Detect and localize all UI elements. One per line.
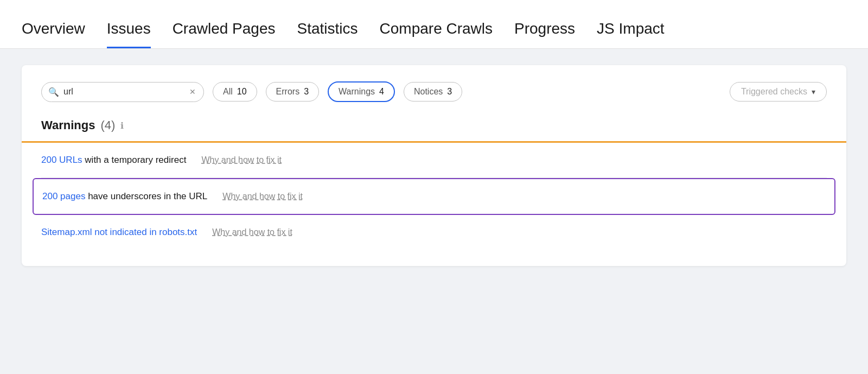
tab-progress[interactable]: Progress <box>514 20 591 48</box>
main-content: 🔍 ✕ All 10 Errors 3 Warnings 4 Notices 3 <box>0 49 868 282</box>
issue-row: Sitemap.xml not indicated in robots.txt <box>41 227 197 238</box>
triggered-checks-dropdown[interactable]: Triggered checks ▾ <box>730 82 827 102</box>
section-header: Warnings (4) ℹ <box>41 118 827 141</box>
fix-link[interactable]: Why and how to fix it <box>201 155 282 165</box>
tab-crawled-pages[interactable]: Crawled Pages <box>173 20 292 48</box>
section-count: (4) <box>100 118 115 132</box>
issue-item: 200 URLs with a temporary redirect Why a… <box>41 143 827 178</box>
filter-all-label: All <box>223 87 233 97</box>
search-input[interactable] <box>63 87 185 97</box>
top-navigation: Overview Issues Crawled Pages Statistics… <box>0 0 868 49</box>
filter-all-count: 10 <box>237 87 247 97</box>
issue-item: Sitemap.xml not indicated in robots.txt … <box>41 215 827 250</box>
tab-overview[interactable]: Overview <box>22 20 101 48</box>
filter-all-button[interactable]: All 10 <box>213 82 257 102</box>
tab-compare-crawls[interactable]: Compare Crawls <box>380 20 509 48</box>
issue-list: 200 URLs with a temporary redirect Why a… <box>41 143 827 250</box>
issue-description: have underscores in the URL <box>85 191 207 201</box>
filter-notices-count: 3 <box>447 87 452 97</box>
filter-warnings-label: Warnings <box>339 87 375 97</box>
filter-errors-label: Errors <box>276 87 300 97</box>
filter-warnings-count: 4 <box>379 87 384 97</box>
tab-statistics[interactable]: Statistics <box>297 20 374 48</box>
tab-issues[interactable]: Issues <box>107 20 167 48</box>
triggered-checks-label: Triggered checks <box>741 87 807 97</box>
issue-link[interactable]: 200 URLs <box>41 155 82 165</box>
filter-notices-label: Notices <box>414 87 443 97</box>
issue-link[interactable]: 200 pages <box>42 191 85 201</box>
filter-bar: 🔍 ✕ All 10 Errors 3 Warnings 4 Notices 3 <box>41 81 827 102</box>
issue-link[interactable]: Sitemap.xml not indicated in robots.txt <box>41 227 197 237</box>
filter-warnings-button[interactable]: Warnings 4 <box>328 81 395 102</box>
issue-description: with a temporary redirect <box>82 155 187 165</box>
search-box[interactable]: 🔍 ✕ <box>41 82 204 102</box>
issue-row: 200 URLs with a temporary redirect <box>41 155 186 166</box>
issue-row: 200 pages have underscores in the URL <box>42 191 207 202</box>
info-icon[interactable]: ℹ <box>120 121 124 131</box>
issue-item-highlighted: 200 pages have underscores in the URL Wh… <box>33 178 835 215</box>
section-title: Warnings <box>41 118 95 132</box>
filter-errors-button[interactable]: Errors 3 <box>266 82 319 102</box>
filter-errors-count: 3 <box>304 87 309 97</box>
search-icon: 🔍 <box>48 87 59 97</box>
content-card: 🔍 ✕ All 10 Errors 3 Warnings 4 Notices 3 <box>22 65 846 266</box>
fix-link[interactable]: Why and how to fix it <box>222 192 303 201</box>
tab-js-impact[interactable]: JS Impact <box>597 20 680 48</box>
filter-notices-button[interactable]: Notices 3 <box>404 82 462 102</box>
fix-link[interactable]: Why and how to fix it <box>212 227 292 237</box>
clear-search-button[interactable]: ✕ <box>189 87 196 96</box>
chevron-down-icon: ▾ <box>812 87 815 96</box>
